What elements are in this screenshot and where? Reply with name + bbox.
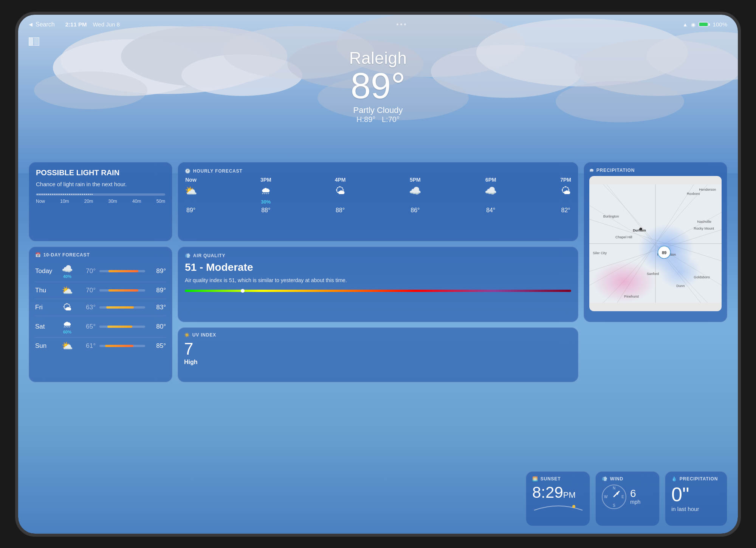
precipitation-map[interactable]: Roxboro Henderson Burlington Durham Chap…: [589, 176, 722, 311]
precipitation-bottom-card: 💧 PRECIPITATION 0" in last hour: [665, 471, 727, 526]
bottom-right-cards: 🌅 SUNSET 8:29PM 💨 WIND: [526, 471, 727, 526]
svg-text:Pinehurst: Pinehurst: [624, 294, 639, 298]
hourly-item-4pm: 4PM 🌤 x 88°: [335, 177, 346, 214]
high-temp: H:89°: [356, 115, 375, 123]
rain-timeline: Now 10m 20m 30m 40m 50m: [36, 193, 165, 204]
svg-text:Rocky Mount: Rocky Mount: [694, 227, 714, 230]
svg-text:Dunn: Dunn: [676, 284, 685, 288]
forecast-row-today: Today ☁️ 40% 70° 89°: [35, 261, 166, 282]
svg-point-8: [431, 45, 582, 98]
precip-map-icon: 🌧: [589, 168, 594, 173]
wind-card: 💨 WIND N S E W: [595, 471, 660, 526]
uv-icon: ☀️: [184, 332, 190, 338]
svg-text:Siler City: Siler City: [593, 251, 607, 255]
svg-text:Chapel Hill: Chapel Hill: [615, 235, 632, 239]
air-quality-icon: 💨: [185, 253, 191, 258]
svg-text:89: 89: [662, 250, 666, 255]
ipad-frame: ◀ Search 2:11 PM Wed Jun 8 ▲ ◉ 10: [15, 12, 741, 537]
battery-pct: 100%: [713, 21, 727, 28]
status-bar: ◀ Search 2:11 PM Wed Jun 8 ▲ ◉ 10: [18, 15, 738, 34]
uv-level: High: [184, 359, 572, 366]
svg-text:Henderson: Henderson: [699, 188, 716, 191]
svg-text:Roxboro: Roxboro: [687, 192, 700, 196]
precip-value: 0": [671, 485, 721, 504]
hourly-item-7pm: 7PM 🌤 x 82°: [560, 177, 571, 214]
calendar-icon: 📅: [35, 252, 41, 258]
svg-rect-15: [29, 37, 33, 46]
svg-point-3: [121, 26, 287, 86]
precip-bottom-header: 💧 PRECIPITATION: [671, 476, 721, 482]
uv-value: 7: [184, 341, 572, 357]
svg-point-12: [34, 71, 147, 109]
sunset-header: 🌅 SUNSET: [532, 476, 584, 482]
current-temperature: 89°: [349, 68, 407, 104]
compass-ring: N S E W: [602, 485, 626, 509]
status-time: 2:11 PM: [65, 21, 87, 28]
location-icon: ▲: [683, 22, 688, 28]
precip-sub: in last hour: [671, 506, 721, 512]
svg-point-14: [556, 81, 684, 122]
back-label[interactable]: Search: [36, 21, 55, 28]
aqi-indicator: [241, 289, 245, 293]
main-weather-section: Raleigh 89° Partly Cloudy H:89° L:70°: [349, 49, 407, 124]
wifi-icon: ◉: [691, 22, 696, 28]
svg-text:Sanford: Sanford: [647, 272, 659, 275]
tenday-header: 📅 10-DAY FORECAST: [35, 252, 166, 258]
clock-icon: 🕐: [185, 168, 191, 174]
svg-text:Nashville: Nashville: [697, 219, 711, 223]
svg-point-1: [60, 26, 272, 94]
wind-speed: 6: [630, 488, 640, 499]
svg-point-29: [659, 254, 701, 289]
battery-icon: [699, 22, 710, 27]
hourly-item-6pm: 6PM ☁️ x 84°: [485, 177, 497, 214]
aqi-bar: [185, 290, 571, 292]
svg-point-46: [572, 505, 575, 508]
forecast-row-thu: Thu ⛅ 70° 89°: [35, 282, 166, 299]
tenday-forecast-card: 📅 10-DAY FORECAST Today ☁️ 40% 70° 89°: [29, 247, 172, 382]
svg-point-45: [640, 227, 642, 230]
forecast-row-fri: Fri 🌤 63° 83°: [35, 299, 166, 316]
wind-speed-display: 6 mph: [630, 488, 640, 505]
wind-icon: 💨: [602, 476, 608, 482]
wind-compass-container: N S E W: [602, 485, 626, 509]
high-low: H:89° L:70°: [349, 115, 407, 124]
precip-bottom-icon: 💧: [671, 476, 677, 482]
hourly-forecast-card: 🕐 HOURLY FORECAST Now ⛅ x 89° 3PM 🌧: [178, 162, 578, 241]
rain-bar-dots: [36, 193, 165, 196]
back-arrow-icon: ◀: [29, 22, 33, 27]
uv-index-card: ☀️ UV INDEX 7 High: [178, 327, 578, 382]
sunset-arc: [532, 503, 584, 511]
low-temp: L:70°: [382, 115, 400, 123]
precipitation-map-card: 🌧 PRECIPITATION: [584, 162, 727, 322]
hourly-item-5pm: 5PM ☁️ x 86°: [409, 177, 421, 214]
svg-rect-16: [34, 37, 39, 46]
sidebar-toggle-button[interactable]: [29, 37, 39, 48]
rain-bar: [36, 193, 165, 196]
air-quality-header: 💨 AIR QUALITY: [185, 253, 571, 258]
status-center-dots: [397, 23, 406, 25]
forecast-row-sun: Sun ⛅ 61° 85°: [35, 338, 166, 354]
wind-unit: mph: [630, 499, 640, 505]
hourly-times-row: Now ⛅ x 89° 3PM 🌧 30% 88° 4PM: [185, 177, 571, 214]
city-name: Raleigh: [349, 49, 407, 68]
status-left: ◀ Search 2:11 PM Wed Jun 8: [29, 21, 120, 28]
wind-header: 💨 WIND: [602, 476, 653, 482]
screen: ◀ Search 2:11 PM Wed Jun 8 ▲ ◉ 10: [18, 15, 738, 534]
sunset-card: 🌅 SUNSET 8:29PM: [526, 471, 590, 526]
hourly-item-now: Now ⛅ x 89°: [185, 177, 197, 214]
svg-text:Durham: Durham: [633, 228, 646, 232]
uv-header: ☀️ UV INDEX: [184, 332, 572, 338]
sunset-icon: 🌅: [532, 476, 538, 482]
aqi-value: 51 - Moderate: [185, 261, 571, 273]
rain-card-title: POSSIBLE LIGHT RAIN: [36, 168, 165, 177]
aqi-description: Air quality index is 51, which is simila…: [185, 276, 571, 284]
precip-map-header: 🌧 PRECIPITATION: [589, 168, 722, 173]
air-quality-card: 💨 AIR QUALITY 51 - Moderate Air quality …: [178, 247, 578, 322]
status-date: Wed Jun 8: [93, 21, 119, 28]
hourly-card-header: 🕐 HOURLY FORECAST: [185, 168, 571, 174]
weather-condition: Partly Cloudy: [349, 105, 407, 115]
hourly-item-3pm: 3PM 🌧 30% 88°: [260, 177, 271, 214]
wind-content: N S E W 6: [602, 485, 653, 509]
forecast-row-sat: Sat 🌧 60% 65° 80°: [35, 316, 166, 338]
svg-point-4: [181, 54, 302, 96]
